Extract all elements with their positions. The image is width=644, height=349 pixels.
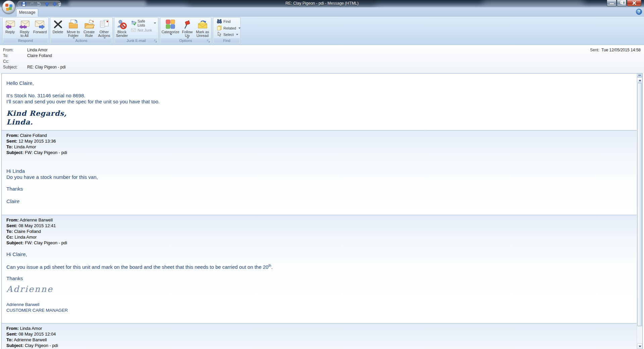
- signature-script: Linda.: [6, 118, 637, 127]
- reply-all-icon: [19, 19, 30, 30]
- quote-subject-row: Subject: Clay Pigeon - pdi: [6, 343, 637, 348]
- restore-icon: [620, 1, 623, 4]
- other-actions-icon: [99, 19, 110, 30]
- group-options: Categorize Follow Up Mark as Unread Opti…: [160, 17, 211, 44]
- scrollbar-split-handle[interactable]: [637, 73, 642, 77]
- save-icon[interactable]: [21, 1, 26, 7]
- scroll-down-button[interactable]: [637, 343, 642, 349]
- qat-customize-icon[interactable]: [58, 2, 62, 8]
- office-logo-icon: [5, 4, 12, 11]
- office-button[interactable]: [2, 0, 15, 14]
- body-line: I’ll scan and send you over the spec for…: [6, 99, 637, 105]
- find-button[interactable]: Find: [215, 18, 232, 25]
- quoted-message-2: From: Adrienne Barwell Sent: 08 May 2015…: [2, 215, 637, 323]
- junk-dialog-launcher-icon[interactable]: [153, 39, 158, 43]
- header-cc-row: Cc:: [3, 59, 27, 64]
- mark-as-unread-button[interactable]: Mark as Unread: [195, 18, 210, 39]
- create-rule-label: Create Rule: [84, 30, 95, 38]
- quote-subject-row: Subject: FW: Clay Pigeon - pdi: [6, 150, 637, 155]
- block-sender-button[interactable]: Block Sender: [115, 18, 129, 39]
- chevron-down-icon: [170, 34, 172, 35]
- categorize-button[interactable]: Categorize: [161, 18, 180, 39]
- vertical-scrollbar[interactable]: [637, 73, 642, 349]
- superscript: th: [268, 264, 271, 267]
- other-actions-button[interactable]: Other Actions: [97, 18, 112, 39]
- block-sender-icon: [116, 19, 127, 30]
- forward-label: Forward: [33, 30, 47, 34]
- create-rule-icon: [84, 19, 95, 30]
- quote-to-row: To: Linda Amor: [6, 144, 637, 150]
- options-dialog-launcher-icon[interactable]: [206, 39, 211, 43]
- quote-paragraph: Hi Linda: [6, 168, 637, 174]
- quote-paragraph: Hi Claire,: [6, 251, 637, 257]
- scrollbar-thumb[interactable]: [637, 83, 642, 326]
- follow-up-button[interactable]: Follow Up: [180, 18, 195, 39]
- create-rule-button[interactable]: Create Rule: [82, 18, 96, 39]
- sent-row: Sent:Tue 12/05/2015 14:58: [590, 48, 641, 52]
- ribbon: Reply Reply to All Forward Respond Delet…: [0, 16, 644, 45]
- redo-icon[interactable]: [37, 1, 42, 7]
- title-bar: RE: Clay Pigeon - pdi - Message (HTML): [0, 0, 644, 7]
- move-to-folder-button[interactable]: Move to Folder: [65, 18, 82, 39]
- handwritten-signature: Adrienne: [6, 284, 637, 294]
- group-respond: Reply Reply to All Forward Respond: [2, 17, 49, 44]
- quote-subject-row: Subject: FW: Clay Pigeon - pdi: [6, 240, 637, 246]
- undo-icon[interactable]: [29, 1, 34, 7]
- ribbon-tab-row: Message: [0, 7, 644, 16]
- close-button[interactable]: [627, 0, 641, 6]
- quote-to-row: To: Adrienne Barwell: [6, 337, 637, 343]
- subject-value: RE: Clay Pigeon - pdi: [27, 65, 66, 69]
- to-value[interactable]: Claire Folland: [27, 53, 52, 58]
- quote-to-row: To: Claire Folland: [6, 229, 637, 234]
- quote-signature: Claire: [6, 198, 637, 204]
- quote-sent-row: Sent: 08 May 2015 12:04: [6, 331, 637, 337]
- related-label: Related: [223, 26, 236, 30]
- previous-item-icon[interactable]: [44, 1, 50, 7]
- message-header: From:Linda Amor To:Claire Folland Cc: Su…: [0, 45, 644, 73]
- from-value[interactable]: Linda Amor: [27, 48, 48, 52]
- chevron-down-icon: [154, 22, 156, 24]
- other-actions-label: Other Actions: [98, 30, 110, 38]
- reply-to-all-button[interactable]: Reply to All: [17, 18, 32, 39]
- find-icon: [217, 18, 222, 24]
- scroll-up-icon: [639, 80, 641, 81]
- block-sender-label: Block Sender: [116, 30, 128, 38]
- forward-icon: [35, 19, 45, 30]
- move-to-folder-icon: [68, 19, 79, 30]
- chevron-down-icon: [238, 28, 240, 29]
- body-line: It’s Stock No. 31146 serial no 8698.: [6, 93, 637, 99]
- not-junk-button[interactable]: Not Junk: [129, 27, 157, 34]
- restore-button[interactable]: [617, 0, 627, 6]
- reply-button[interactable]: Reply: [3, 18, 17, 39]
- sent-label: Sent:: [590, 48, 599, 52]
- follow-up-icon: [182, 19, 193, 30]
- safe-lists-button[interactable]: Safe Lists: [129, 19, 157, 27]
- quote-cc-row: Cc: Linda Amor: [6, 234, 637, 240]
- quote-paragraph: Do you have a stock number for this van,: [6, 174, 637, 180]
- quote-paragraph: Can you issue a pdi sheet for this unit …: [6, 263, 637, 270]
- categorize-label: Categorize: [161, 30, 179, 34]
- delete-icon: [53, 19, 63, 30]
- categorize-icon: [165, 19, 176, 30]
- quote-sent-row: Sent: 12 May 2015 13:36: [6, 138, 637, 144]
- help-button[interactable]: ?: [636, 9, 642, 15]
- mark-as-unread-label: Mark as Unread: [196, 30, 209, 38]
- not-junk-icon: [131, 27, 136, 33]
- chevron-down-icon: [236, 34, 238, 35]
- minimize-icon: [610, 3, 614, 4]
- related-button[interactable]: Related: [215, 25, 242, 32]
- scroll-up-button[interactable]: [637, 77, 642, 83]
- group-caption-find: Find: [214, 38, 240, 43]
- caption-buttons: [606, 0, 641, 6]
- select-label: Select: [223, 33, 234, 37]
- next-item-icon[interactable]: [52, 1, 57, 7]
- minimize-button[interactable]: [607, 0, 616, 6]
- not-junk-label: Not Junk: [138, 28, 152, 32]
- to-label: To:: [3, 53, 27, 58]
- message-content: Hello Claire, It’s Stock No. 31146 seria…: [2, 73, 637, 349]
- quoted-message-3: From: Linda Amor Sent: 08 May 2015 12:04…: [2, 323, 637, 349]
- delete-button[interactable]: Delete: [51, 18, 65, 39]
- select-button[interactable]: Select: [215, 31, 239, 38]
- tab-message[interactable]: Message: [16, 9, 38, 16]
- forward-button[interactable]: Forward: [32, 18, 48, 39]
